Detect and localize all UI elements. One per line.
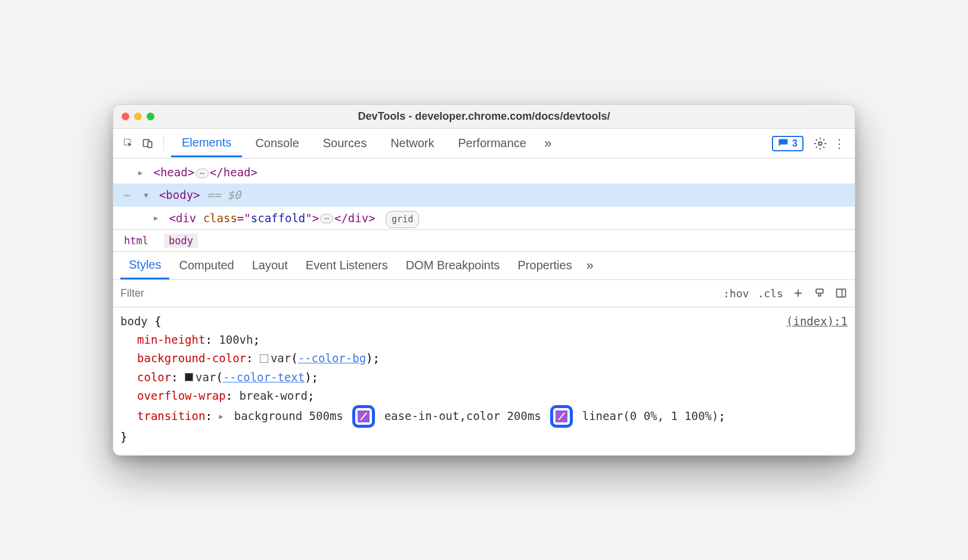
- dom-node-head[interactable]: ▶ <head>⋯</head>: [113, 161, 855, 183]
- color-swatch-icon[interactable]: [185, 373, 193, 381]
- subtab-styles[interactable]: Styles: [120, 252, 169, 279]
- new-style-rule-icon[interactable]: +: [792, 287, 805, 300]
- rule-header: body { (index):1: [120, 312, 848, 331]
- traffic-lights: [122, 113, 154, 120]
- styles-pane[interactable]: body { (index):1 min-height: 100vh; back…: [113, 307, 855, 455]
- main-toolbar: Elements Console Sources Network Perform…: [113, 129, 855, 158]
- paintbrush-icon[interactable]: [813, 287, 826, 300]
- hov-toggle[interactable]: :hov: [723, 287, 749, 300]
- expand-icon[interactable]: ▶: [138, 167, 147, 180]
- minimize-icon[interactable]: [134, 113, 142, 120]
- filter-row: :hov .cls +: [113, 280, 855, 307]
- settings-icon[interactable]: [812, 135, 829, 152]
- more-subtabs-icon[interactable]: »: [582, 257, 598, 274]
- filter-input[interactable]: [120, 285, 715, 302]
- issues-badge[interactable]: 3: [772, 136, 803, 151]
- maximize-icon[interactable]: [147, 113, 154, 120]
- declaration[interactable]: color: var(--color-text);: [120, 368, 848, 387]
- color-swatch-icon[interactable]: [260, 354, 268, 363]
- dom-node-div[interactable]: ▶ <div class="scaffold">⋯</div> grid: [113, 207, 855, 229]
- tab-elements[interactable]: Elements: [171, 130, 242, 157]
- easing-swatch-icon[interactable]: [556, 410, 567, 422]
- kebab-menu-icon[interactable]: ⋮: [831, 135, 848, 152]
- grid-badge[interactable]: grid: [386, 211, 419, 228]
- subtab-layout[interactable]: Layout: [244, 253, 296, 278]
- separator: [163, 136, 164, 151]
- dom-tree[interactable]: ▶ <head>⋯</head> ⋯ ▼ <body> == $0 ▶ <div…: [113, 158, 855, 229]
- svg-rect-4: [816, 290, 823, 294]
- svg-rect-5: [837, 290, 846, 297]
- inspect-icon[interactable]: [120, 135, 137, 152]
- rule-close: }: [120, 428, 848, 446]
- crumb-body[interactable]: body: [164, 234, 198, 248]
- styles-subtabs: Styles Computed Layout Event Listeners D…: [113, 252, 855, 280]
- tab-sources[interactable]: Sources: [312, 130, 377, 156]
- svg-rect-2: [148, 141, 152, 147]
- toggle-sidebar-icon[interactable]: [834, 287, 848, 300]
- subtab-properties[interactable]: Properties: [510, 253, 581, 278]
- selector[interactable]: body: [120, 315, 148, 328]
- source-link[interactable]: (index):1: [786, 312, 848, 331]
- easing-editor-highlight: [352, 405, 375, 428]
- subtab-computed[interactable]: Computed: [170, 253, 242, 278]
- close-icon[interactable]: [122, 113, 129, 120]
- window-title: DevTools - developer.chrome.com/docs/dev…: [358, 110, 610, 123]
- svg-point-3: [818, 142, 822, 145]
- gutter-dots-icon: ⋯: [124, 185, 137, 205]
- crumb-html[interactable]: html: [119, 234, 153, 248]
- ellipsis-icon[interactable]: ⋯: [196, 169, 209, 178]
- issues-count: 3: [792, 138, 798, 149]
- subtab-dom-breakpoints[interactable]: DOM Breakpoints: [398, 253, 508, 278]
- declaration[interactable]: min-height: 100vh;: [120, 331, 848, 349]
- more-tabs-icon[interactable]: »: [539, 135, 556, 152]
- dom-node-body[interactable]: ⋯ ▼ <body> == $0: [113, 183, 855, 206]
- breadcrumbs: html body: [113, 229, 855, 252]
- declaration-transition[interactable]: transition: ▶ background 500ms ease-in-o…: [120, 405, 848, 428]
- expand-icon[interactable]: ▶: [154, 212, 162, 225]
- cls-toggle[interactable]: .cls: [758, 287, 783, 300]
- tab-network[interactable]: Network: [380, 130, 445, 156]
- device-toggle-icon[interactable]: [139, 135, 156, 152]
- declaration[interactable]: background-color: var(--color-bg);: [120, 349, 848, 368]
- tab-console[interactable]: Console: [244, 130, 309, 156]
- easing-swatch-icon[interactable]: [358, 410, 370, 422]
- collapse-icon[interactable]: ▼: [144, 189, 152, 203]
- tab-performance[interactable]: Performance: [448, 130, 538, 156]
- ellipsis-icon[interactable]: ⋯: [320, 214, 333, 223]
- expand-icon[interactable]: ▶: [219, 411, 227, 423]
- declaration[interactable]: overflow-wrap: break-word;: [120, 387, 848, 405]
- devtools-window: DevTools - developer.chrome.com/docs/dev…: [113, 104, 855, 456]
- easing-editor-highlight: [550, 405, 573, 428]
- titlebar: DevTools - developer.chrome.com/docs/dev…: [113, 105, 855, 129]
- subtab-event-listeners[interactable]: Event Listeners: [297, 253, 396, 278]
